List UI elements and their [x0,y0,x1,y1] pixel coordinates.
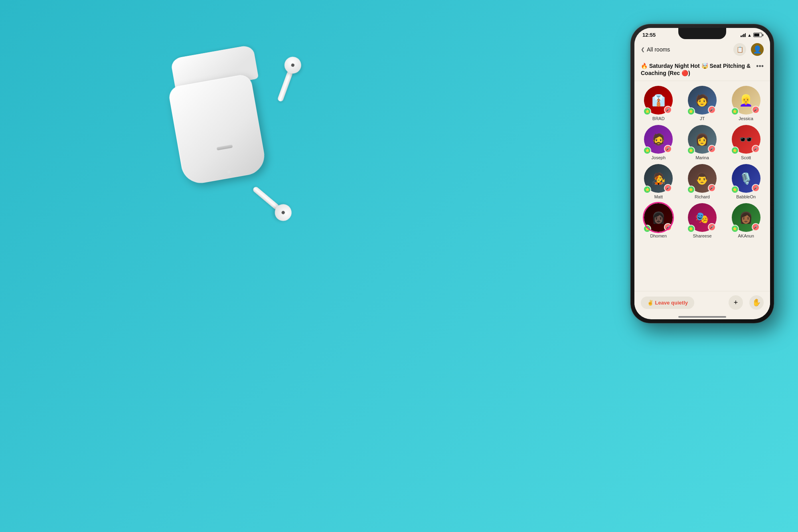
green-badge-scott: ⭐ [731,146,739,154]
green-badge-babbleon: ⭐ [731,186,739,194]
phone-outer: 12:55 ▲ [630,24,774,323]
avatar-container-shareese: 🎭 ⭐ 🎤 [688,203,717,232]
airpods-case-led [227,170,231,174]
green-badge-marina: ⭐ [687,146,695,154]
mute-badge-babbleon: 🎤 [752,184,760,192]
participant-jt[interactable]: 🧑 ⭐ 🎤 JT [681,86,723,121]
participant-shareese[interactable]: 🎭 ⭐ 🎤 Shareese [681,203,723,238]
room-menu-icon[interactable]: ••• [756,62,764,71]
participant-babbleon[interactable]: 🎙️ ⭐ 🎤 BabbleOn [725,164,767,199]
avatar-container-marina: 👩 ⭐ 🎤 [688,125,717,154]
user-avatar-icon[interactable]: 👤 [751,43,764,56]
participant-name-jessica: Jessica [739,116,753,121]
participant-name-brad: BRAD [652,116,665,121]
participant-name-joseph: Joseph [652,155,666,160]
green-badge-jessica: ⭐ [731,107,739,115]
nav-bar[interactable]: ❮ All rooms 📋 👤 [634,40,770,59]
avatar-container-babbleon: 🎙️ ⭐ 🎤 [732,164,760,193]
signal-bar-2 [742,35,743,37]
participant-name-richard: Richard [695,194,710,199]
mute-badge-richard: 🎤 [708,184,716,192]
leave-quietly-button[interactable]: ✌️ Leave quietly [641,297,694,309]
participants-area: 👔 ⭐ 🎤 BRAD 🧑 [634,81,770,291]
wifi-icon: ▲ [747,33,752,38]
avatar-container-jessica: 👱‍♀️ ⭐ 🎤 [732,86,760,115]
back-chevron-icon[interactable]: ❮ [641,47,645,52]
participant-richard[interactable]: 👨 ⭐ 🎤 Richard [681,164,723,199]
share-icon[interactable]: 📋 [733,43,746,56]
airpods-case-hinge [217,144,233,150]
nav-right: 📋 👤 [733,43,764,56]
avatar-container-brad: 👔 ⭐ 🎤 [644,86,673,115]
participant-name-akanun: AKAnun [738,233,754,238]
green-badge-richard: ⭐ [687,186,695,194]
airpods-case-body [168,73,267,186]
signal-icon [741,33,746,37]
participant-scott[interactable]: 🕶️ ⭐ 🎤 Scott [725,125,767,160]
green-badge-matt: ⭐ [643,186,651,194]
participant-name-dhomen: Dhomen [650,233,667,238]
phone: 12:55 ▲ [630,24,774,323]
green-badge-akanun: ⭐ [731,225,739,233]
green-badge-brad: ⭐ [643,107,651,115]
nav-left[interactable]: ❮ All rooms [641,46,670,53]
raise-hand-button[interactable]: ✋ [749,295,764,310]
room-title-text: 🔥 Saturday Night Hot 🤯 Seat Pitching & C… [641,62,753,77]
avatar-container-dhomen: 👩🏿 ⭐ 🎤 [644,203,673,232]
avatar-container-scott: 🕶️ ⭐ 🎤 [732,125,760,154]
bottom-bar: ✌️ Leave quietly + ✋ [634,291,770,314]
participant-marina[interactable]: 👩 ⭐ 🎤 Marina [681,125,723,160]
phone-notch [678,28,726,39]
phone-content: 12:55 ▲ [634,28,770,319]
mute-badge-shareese: 🎤 [708,223,716,231]
avatar-container-richard: 👨 ⭐ 🎤 [688,164,717,193]
status-icons: ▲ [741,33,762,38]
mute-badge-brad: 🎤 [664,106,672,114]
participant-name-matt: Matt [654,194,663,199]
participant-name-shareese: Shareese [693,233,711,238]
green-badge-jt: ⭐ [687,107,695,115]
signal-bar-4 [745,33,746,37]
participant-name-scott: Scott [741,155,751,160]
mute-badge-matt: 🎤 [664,184,672,192]
add-participant-button[interactable]: + [729,295,743,310]
mute-badge-akanun: 🎤 [752,223,760,231]
green-badge-joseph: ⭐ [643,146,651,154]
mute-badge-jessica: 🎤 [752,106,760,114]
mute-badge-scott: 🎤 [752,145,760,153]
all-rooms-label[interactable]: All rooms [647,46,670,53]
signal-bar-3 [743,34,745,37]
participant-akanun[interactable]: 👩🏾 ⭐ 🎤 AKAnun [725,203,767,238]
phone-screen: 12:55 ▲ [634,28,770,319]
avatar-container-jt: 🧑 ⭐ 🎤 [688,86,717,115]
avatar-container-joseph: 🧔 ⭐ 🎤 [644,125,673,154]
signal-bar-1 [741,36,742,37]
battery-fill [754,34,759,36]
mute-badge-jt: 🎤 [708,106,716,114]
battery-icon [753,33,762,37]
participant-name-jt: JT [700,116,705,121]
hand-icon: ✋ [752,298,761,307]
status-time: 12:55 [642,32,656,38]
mute-badge-joseph: 🎤 [664,145,672,153]
avatar-dhomen-wrapper: 👩🏿 [644,203,673,232]
participant-jessica[interactable]: 👱‍♀️ ⭐ 🎤 Jessica [725,86,767,121]
participant-matt[interactable]: 🧑‍🎤 ⭐ 🎤 Matt [638,164,679,199]
participant-name-babbleon: BabbleOn [736,194,756,199]
participant-name-marina: Marina [695,155,709,160]
participant-dhomen[interactable]: 👩🏿 ⭐ 🎤 Dhomen [638,203,679,238]
participants-grid: 👔 ⭐ 🎤 BRAD 🧑 [638,86,767,238]
room-title-bar: 🔥 Saturday Night Hot 🤯 Seat Pitching & C… [634,59,770,81]
airpods-case [172,80,263,188]
mute-badge-marina: 🎤 [708,145,716,153]
avatar-container-matt: 🧑‍🎤 ⭐ 🎤 [644,164,673,193]
avatar-container-akanun: 👩🏾 ⭐ 🎤 [732,203,760,232]
participant-joseph[interactable]: 🧔 ⭐ 🎤 Joseph [638,125,679,160]
add-icon: + [734,299,738,307]
green-badge-shareese: ⭐ [687,225,695,233]
home-indicator [678,316,726,318]
bottom-icons: + ✋ [729,295,764,310]
participant-brad[interactable]: 👔 ⭐ 🎤 BRAD [638,86,679,121]
